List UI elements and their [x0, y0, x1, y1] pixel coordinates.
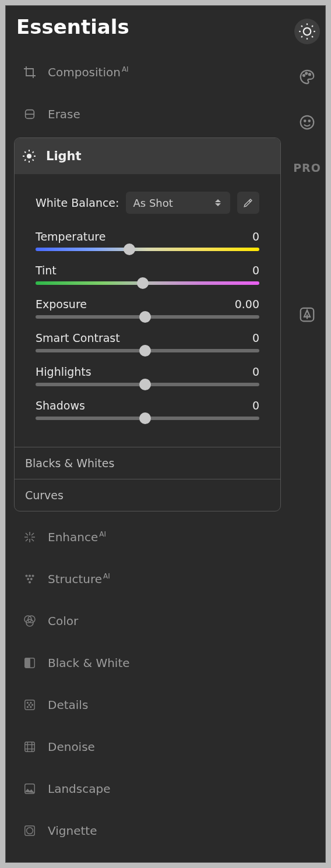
slider-thumb[interactable] — [139, 379, 151, 390]
tool-landscape[interactable]: Landscape — [14, 768, 281, 810]
svg-line-52 — [312, 26, 313, 27]
svg-line-15 — [31, 539, 34, 541]
vignette-icon — [22, 823, 37, 838]
sun-icon — [298, 23, 316, 40]
svg-point-20 — [31, 574, 34, 577]
svg-point-43 — [27, 828, 33, 834]
slider-thumb[interactable] — [139, 345, 151, 357]
svg-line-50 — [312, 36, 313, 37]
svg-point-53 — [303, 75, 305, 76]
slider-track[interactable] — [36, 315, 259, 319]
tool-composition[interactable]: CompositionAI — [14, 51, 281, 93]
tool-denoise[interactable]: Denoise — [14, 726, 281, 768]
tool-label: Vignette — [48, 824, 97, 838]
enhance-icon — [22, 530, 37, 545]
tool-details[interactable]: Details — [14, 684, 281, 726]
slider-track[interactable] — [36, 417, 259, 420]
svg-line-16 — [26, 539, 28, 541]
svg-point-56 — [301, 116, 314, 129]
white-balance-select[interactable]: As Shot — [126, 192, 230, 214]
svg-line-8 — [24, 160, 26, 161]
svg-point-19 — [29, 574, 31, 577]
side-essentials-button[interactable] — [294, 19, 320, 44]
svg-point-35 — [30, 707, 31, 708]
slider-track[interactable] — [36, 248, 259, 251]
svg-point-32 — [29, 704, 30, 705]
details-icon — [22, 697, 37, 712]
chevron-updown-icon — [215, 197, 223, 209]
svg-line-17 — [31, 533, 34, 535]
svg-line-49 — [301, 26, 302, 27]
svg-rect-36 — [25, 742, 35, 752]
slider-value: 0 — [252, 399, 259, 412]
slider-track[interactable] — [36, 383, 259, 386]
slider-label: Highlights — [36, 365, 91, 378]
tool-label: StructureAI — [48, 572, 110, 586]
svg-line-6 — [24, 151, 26, 153]
slider-label: Exposure — [36, 298, 87, 310]
slider-thumb[interactable] — [137, 277, 149, 289]
bw-icon — [22, 655, 37, 671]
erase-icon — [22, 107, 37, 122]
eyedropper-button[interactable] — [237, 192, 259, 214]
color-icon — [22, 613, 37, 629]
tool-black-white[interactable]: Black & White — [14, 642, 281, 684]
svg-rect-28 — [25, 658, 30, 668]
slider-highlights[interactable]: Highlights 0 — [36, 365, 259, 386]
subsection-blacks-whites[interactable]: Blacks & Whites — [15, 447, 280, 479]
svg-point-21 — [27, 578, 29, 580]
tool-erase[interactable]: Erase — [14, 93, 281, 135]
svg-point-54 — [305, 72, 307, 74]
eyedropper-icon — [243, 197, 253, 208]
side-portrait-button[interactable] — [294, 110, 320, 135]
side-creative-button[interactable] — [294, 64, 320, 90]
tool-structure[interactable]: StructureAI — [14, 558, 281, 600]
slider-thumb[interactable] — [139, 311, 151, 323]
crop-icon — [22, 65, 37, 80]
slider-temperature[interactable]: Temperature 0 — [36, 230, 259, 251]
subsection-curves[interactable]: Curves — [15, 479, 280, 511]
tool-enhance[interactable]: EnhanceAI — [14, 516, 281, 558]
landscape-icon — [22, 781, 37, 796]
svg-point-23 — [29, 581, 31, 583]
svg-point-33 — [32, 704, 33, 705]
light-panel-header[interactable]: Light — [15, 138, 280, 174]
slider-exposure[interactable]: Exposure 0.00 — [36, 298, 259, 319]
tool-label: Black & White — [48, 656, 130, 670]
smiley-icon — [298, 114, 316, 131]
tool-label: Landscape — [48, 782, 110, 796]
tool-label: EnhanceAI — [48, 530, 106, 544]
svg-line-7 — [33, 160, 34, 161]
tool-vignette[interactable]: Vignette — [14, 810, 281, 852]
slider-label: Temperature — [36, 230, 105, 243]
slider-tint[interactable]: Tint 0 — [36, 264, 259, 285]
tool-label: Erase — [48, 107, 80, 121]
denoise-icon — [22, 739, 37, 754]
tool-label: Denoise — [48, 740, 95, 754]
slider-track[interactable] — [36, 281, 259, 285]
svg-point-1 — [27, 154, 31, 158]
light-panel: Light White Balance: As Shot — [14, 137, 281, 511]
side-pen-button[interactable] — [294, 302, 320, 327]
slider-track[interactable] — [36, 349, 259, 352]
slider-smart-contrast[interactable]: Smart Contrast 0 — [36, 331, 259, 352]
slider-value: 0.00 — [235, 298, 259, 310]
slider-value: 0 — [252, 365, 259, 378]
slider-shadows[interactable]: Shadows 0 — [36, 399, 259, 420]
slider-label: Tint — [36, 264, 57, 277]
tool-label: Color — [48, 614, 78, 628]
svg-line-14 — [26, 533, 28, 535]
slider-value: 0 — [252, 230, 259, 243]
panel-title: Essentials — [16, 15, 281, 38]
white-balance-value: As Shot — [133, 197, 172, 209]
tool-color[interactable]: Color — [14, 600, 281, 642]
svg-point-34 — [27, 707, 28, 708]
slider-label: Shadows — [36, 399, 85, 412]
svg-point-30 — [27, 702, 28, 703]
side-pro-button[interactable]: PRO — [294, 155, 320, 181]
slider-thumb[interactable] — [139, 412, 151, 424]
slider-value: 0 — [252, 331, 259, 344]
svg-point-22 — [30, 578, 33, 580]
slider-thumb[interactable] — [124, 244, 135, 255]
svg-line-9 — [33, 151, 34, 153]
